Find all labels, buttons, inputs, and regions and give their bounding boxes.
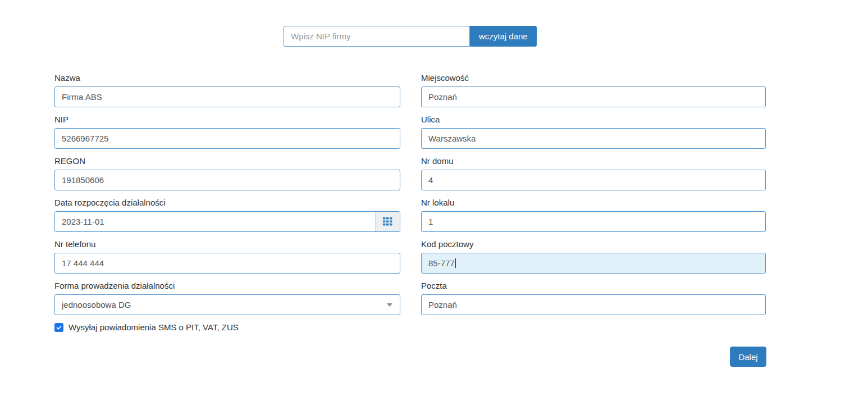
sms-checkbox-row: Wysyłaj powiadomienia SMS o PIT, VAT, ZU… xyxy=(54,322,400,332)
text-cursor xyxy=(455,258,456,268)
load-data-button[interactable]: wczytaj dane xyxy=(470,26,537,47)
nip-input[interactable] xyxy=(54,128,400,149)
miejscowosc-input[interactable] xyxy=(421,87,766,107)
field-label: Nazwa xyxy=(54,73,400,83)
kod-pocztowy-input[interactable]: 85-777 xyxy=(421,253,766,274)
field-label: Nr domu xyxy=(421,156,766,166)
regon-input[interactable] xyxy=(54,170,400,190)
sms-checkbox-label: Wysyłaj powiadomienia SMS o PIT, VAT, ZU… xyxy=(68,322,239,332)
form-column-left: Nazwa NIP REGON Data rozpoczęcia działal… xyxy=(54,73,400,332)
field-label: Miejscowość xyxy=(421,73,766,83)
field-miejscowosc: Miejscowość xyxy=(421,73,766,107)
calendar-picker-button[interactable] xyxy=(375,212,400,231)
field-regon: REGON xyxy=(54,156,400,190)
nr-telefonu-input[interactable] xyxy=(54,253,400,274)
field-label: NIP xyxy=(54,115,400,125)
forma-select[interactable]: jednoosobowa DG xyxy=(54,294,400,315)
field-poczta: Poczta xyxy=(421,281,766,315)
sms-checkbox[interactable] xyxy=(54,323,63,332)
field-label: Nr telefonu xyxy=(54,239,400,249)
field-nr-lokalu: Nr lokalu xyxy=(421,198,766,232)
field-nr-domu: Nr domu xyxy=(421,156,766,190)
forma-select-value: jednoosobowa DG xyxy=(62,300,131,309)
field-label: Poczta xyxy=(421,281,766,291)
calendar-grid-icon xyxy=(383,217,392,226)
field-label: Data rozpoczęcia działalności xyxy=(54,198,400,208)
nazwa-input[interactable] xyxy=(54,87,400,107)
field-label: REGON xyxy=(54,156,400,166)
field-label: Kod pocztowy xyxy=(421,239,766,249)
ulica-input[interactable] xyxy=(421,128,766,149)
field-nip: NIP xyxy=(54,115,400,149)
nr-domu-input[interactable] xyxy=(421,170,766,190)
field-forma-dzialalnosci: Forma prowadzenia działalności jednoosob… xyxy=(54,281,400,315)
kod-pocztowy-value: 85-777 xyxy=(428,258,455,268)
next-button[interactable]: Dalej xyxy=(730,347,766,367)
data-rozpoczecia-input[interactable] xyxy=(55,212,375,231)
field-label: Forma prowadzenia działalności xyxy=(54,281,400,291)
form-column-right: Miejscowość Ulica Nr domu Nr lokalu Kod … xyxy=(421,73,766,322)
field-kod-pocztowy: Kod pocztowy 85-777 xyxy=(421,239,766,274)
field-nr-telefonu: Nr telefonu xyxy=(54,239,400,274)
field-label: Ulica xyxy=(421,115,766,125)
poczta-input[interactable] xyxy=(421,294,766,315)
field-ulica: Ulica xyxy=(421,115,766,149)
field-data-rozpoczecia: Data rozpoczęcia działalności xyxy=(54,198,400,232)
nip-search-input[interactable] xyxy=(284,26,470,47)
field-label: Nr lokalu xyxy=(421,198,766,208)
date-input-group xyxy=(54,211,400,232)
forma-select-wrap: jednoosobowa DG xyxy=(54,294,400,315)
checkmark-icon xyxy=(56,324,62,331)
nr-lokalu-input[interactable] xyxy=(421,211,766,232)
nip-loader-bar: wczytaj dane xyxy=(284,26,537,47)
field-nazwa: Nazwa xyxy=(54,73,400,107)
company-data-form-page: wczytaj dane Nazwa NIP REGON Data rozpoc… xyxy=(0,0,868,396)
